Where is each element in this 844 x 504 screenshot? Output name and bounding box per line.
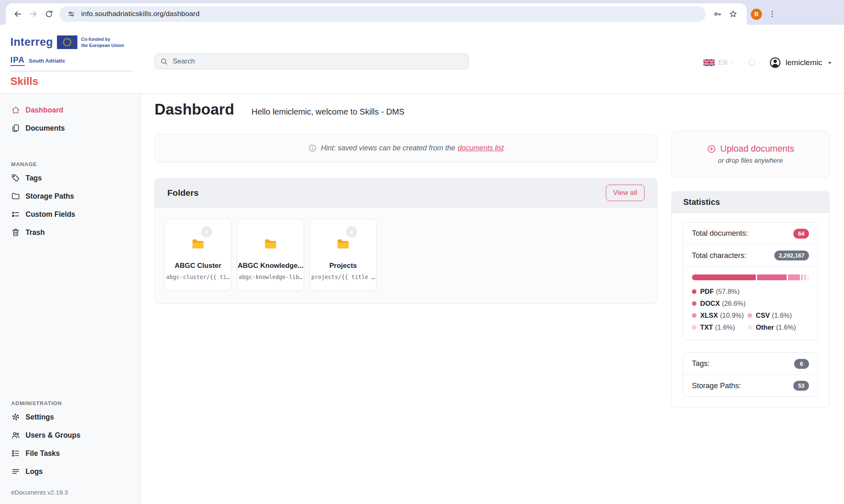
browser-profile-avatar[interactable]: B [751, 9, 762, 20]
search-input[interactable] [173, 57, 463, 66]
upload-label: Upload documents [720, 144, 794, 154]
tag-icon [11, 173, 20, 183]
users-icon [11, 431, 20, 440]
hint-text: Hint: saved views can be created from th… [321, 144, 455, 152]
hint-banner: Hint: saved views can be created from th… [155, 134, 657, 162]
search-bar[interactable] [155, 54, 469, 69]
stat-label: Storage Paths: [692, 382, 741, 390]
filetype-bar-segment-docx [757, 274, 786, 280]
logs-icon [11, 467, 20, 476]
folders-panel: Folders View all 4ABGC Clusterabgc-clust… [155, 178, 657, 304]
app-header: Interreg Co-funded by the European Union… [0, 25, 844, 94]
sidebar-item-storage-paths[interactable]: Storage Paths [0, 189, 141, 204]
filetype-bar-segment-csv [801, 274, 803, 280]
folder-name: ABGC Cluster [165, 262, 231, 270]
caret-down-icon [729, 60, 735, 66]
sidebar-item-settings[interactable]: Settings [0, 410, 141, 424]
folder-path: abgc-knowledge-lib… [237, 274, 304, 280]
stat-value-badge: 64 [793, 229, 809, 239]
legend-dot-icon [748, 325, 752, 330]
documents-list-link[interactable]: documents list [458, 144, 504, 152]
uk-flag-icon [703, 59, 715, 66]
user-menu[interactable]: lemiclemic [769, 56, 833, 69]
sidebar-item-users-groups[interactable]: Users & Groups [0, 428, 141, 443]
legend-dot-icon [692, 301, 696, 306]
filetype-legend: PDF(57.8%)DOCX(26.6%)XLSX(10.9%)CSV(1.6%… [692, 286, 809, 333]
info-icon [308, 144, 317, 152]
statistics-counts-card: Tags:6Storage Paths:53 [683, 352, 818, 397]
stat-row: Total documents:64 [683, 223, 818, 244]
browser-chrome: info.southadriaticskills.org/dashboard B [0, 0, 844, 25]
sidebar-item-trash[interactable]: Trash [0, 225, 141, 240]
folders-list: 4ABGC Clusterabgc-cluster/{{ ti…ABGC Kno… [155, 208, 657, 303]
filetype-bar-segment-xlsx [788, 274, 800, 280]
skills-logo-text: Skills [10, 75, 132, 88]
search-icon [160, 57, 168, 66]
folder-icon [192, 239, 204, 249]
ipa-logo-text: IPA [10, 55, 25, 66]
legend-row: XLSX(10.9%)CSV(1.6%) [692, 309, 809, 321]
folder-card-abgc-cluster[interactable]: 4ABGC Clusterabgc-cluster/{{ ti… [164, 219, 232, 291]
upload-documents-button[interactable]: Upload documents [707, 144, 794, 154]
eu-cofunded-text: Co-funded by the European Union [81, 36, 124, 48]
sidebar-item-logs[interactable]: Logs [0, 464, 141, 479]
browser-back-icon[interactable] [10, 6, 26, 22]
statistics-panel: Statistics Total documents:64Total chara… [671, 191, 830, 408]
sidebar-item-dashboard[interactable]: Dashboard [0, 103, 141, 117]
upload-panel[interactable]: Upload documents or drop files anywhere [671, 131, 830, 178]
page-title: Dashboard [155, 101, 234, 118]
legend-row: PDF(57.8%) [692, 286, 809, 298]
browser-forward-icon[interactable] [26, 6, 41, 22]
home-icon [11, 105, 20, 115]
browser-menu-icon[interactable] [766, 6, 778, 22]
sidebar-item-tags[interactable]: Tags [0, 171, 141, 185]
stat-row: Total characters:2,292,167 [683, 244, 818, 266]
file-tasks-icon [11, 449, 20, 458]
stat-row: Storage Paths:53 [683, 375, 818, 396]
folder-icon [337, 239, 349, 249]
sidebar-item-documents[interactable]: Documents [0, 121, 141, 136]
password-key-icon[interactable] [710, 6, 725, 22]
bookmark-star-icon[interactable] [725, 6, 741, 22]
welcome-text: Hello lemiclemic, welcome to Skills - DM… [251, 107, 404, 117]
bell-icon [746, 57, 757, 68]
legend-row: TXT(1.6%)Other(1.6%) [692, 321, 809, 333]
stat-value-badge: 6 [794, 359, 809, 369]
legend-item-docx: DOCX(26.6%) [692, 300, 746, 307]
filetype-bar [692, 274, 809, 280]
language-selector[interactable]: EN [718, 59, 735, 66]
statistics-title: Statistics [672, 192, 829, 213]
sidebar-item-file-tasks[interactable]: File Tasks [0, 446, 141, 461]
person-circle-icon [769, 56, 781, 69]
eu-flag-icon [57, 35, 77, 49]
stat-label: Tags: [692, 359, 710, 368]
folder-count-badge: 4 [201, 226, 212, 237]
gear-icon [11, 413, 20, 422]
browser-reload-icon[interactable] [41, 6, 57, 22]
folder-icon [11, 192, 20, 201]
view-all-button[interactable]: View all [606, 185, 645, 201]
caret-down-icon [826, 59, 833, 66]
language-label: EN [718, 59, 727, 66]
legend-dot-icon [692, 289, 696, 294]
app-version-label: eDocuments v2.19.3 [11, 489, 141, 496]
sidebar-section-administration: ADMINISTRATION [11, 400, 141, 406]
folder-card-projects[interactable]: 4Projectsprojects/{{ title … [309, 219, 377, 291]
filetype-bar-segment-other [807, 274, 809, 280]
header-user-area: EN lemiclemic [703, 55, 833, 70]
legend-item-csv: CSV(1.6%) [748, 312, 792, 319]
folder-card-abgc-knowledge[interactable]: ABGC Knowledge...abgc-knowledge-lib… [237, 219, 304, 291]
sidebar-item-custom-fields[interactable]: Custom Fields [0, 207, 141, 222]
app-logo: Interreg Co-funded by the European Union… [10, 35, 132, 88]
legend-item-txt: TXT(1.6%) [692, 323, 748, 331]
notifications-button[interactable] [746, 57, 757, 68]
url-bar[interactable]: info.southadriaticskills.org/dashboard [59, 6, 706, 22]
sidebar-section-manage: MANAGE [11, 161, 141, 167]
filetype-bar-segment-txt [804, 274, 806, 280]
custom-fields-icon [11, 210, 20, 219]
upload-hint-text: or drop files anywhere [718, 157, 783, 164]
site-settings-icon[interactable] [66, 9, 77, 19]
legend-item-xlsx: XLSX(10.9%) [692, 312, 748, 319]
filetype-chart: PDF(57.8%)DOCX(26.6%)XLSX(10.9%)CSV(1.6%… [683, 266, 818, 340]
main-content: Dashboard Hello lemiclemic, welcome to S… [141, 94, 844, 504]
